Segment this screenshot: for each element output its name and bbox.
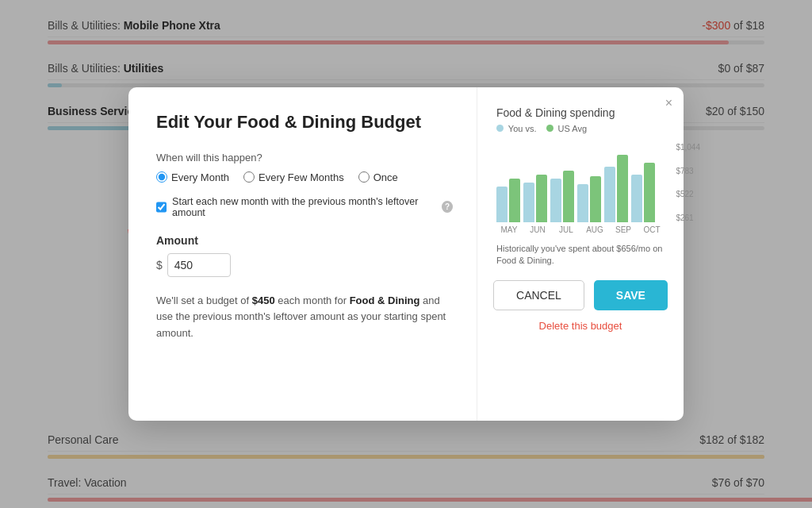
radio-every-few-months[interactable]: Every Few Months (243, 171, 344, 183)
chart-group-sep (604, 155, 628, 222)
chart-group-may (496, 179, 520, 222)
chart-legend: You vs. US Avg (496, 124, 665, 133)
bar-sep-avg (617, 155, 628, 222)
chart-title: Food & Dining spending (496, 106, 665, 119)
radio-every-month[interactable]: Every Month (156, 171, 229, 183)
description-text: We'll set a budget of $450 each month fo… (156, 293, 453, 342)
legend-you-dot (496, 125, 504, 132)
legend-avg: US Avg (546, 124, 588, 133)
amount-label: Amount (156, 234, 453, 247)
edit-budget-modal: × Edit Your Food & Dining Budget When wi… (128, 87, 684, 421)
bar-oct-you (631, 175, 642, 222)
when-label: When will this happen? (156, 152, 453, 164)
chart-group-oct (631, 163, 655, 222)
chart-group-jul (550, 171, 574, 222)
bar-aug-avg (590, 176, 601, 222)
modal-right-panel: Food & Dining spending You vs. US Avg (477, 87, 684, 421)
cancel-button[interactable]: CANCEL (493, 280, 584, 310)
legend-you: You vs. (496, 124, 537, 133)
chart-group-aug (577, 176, 601, 222)
chart-x-axis: MAY JUN JUL AUG SEP OCT (496, 225, 665, 234)
bar-jun-avg (536, 175, 547, 222)
bar-aug-you (577, 184, 588, 222)
bar-may-avg (509, 179, 520, 222)
chart-group-jun (523, 175, 547, 222)
modal-overlay: × Edit Your Food & Dining Budget When wi… (0, 0, 812, 508)
amount-input-row: $ (156, 253, 453, 277)
chart-note: Historically you've spent about $656/mo … (496, 243, 665, 267)
checkbox-label: Start each new month with the previous m… (172, 196, 436, 218)
delete-budget-link[interactable]: Delete this budget (496, 320, 665, 332)
bar-jul-you (550, 179, 561, 222)
leftover-checkbox[interactable] (156, 202, 167, 213)
close-button[interactable]: × (665, 97, 672, 110)
modal-title: Edit Your Food & Dining Budget (156, 111, 453, 134)
chart-y-axis: $1,044 $783 $522 $261 (676, 143, 700, 222)
amount-input[interactable] (167, 253, 231, 277)
modal-left-panel: Edit Your Food & Dining Budget When will… (128, 87, 477, 421)
leftover-checkbox-row: Start each new month with the previous m… (156, 196, 453, 218)
frequency-radio-group: Every Month Every Few Months Once (156, 171, 453, 183)
legend-avg-dot (546, 125, 553, 132)
bar-jul-avg (563, 171, 574, 222)
save-button[interactable]: SAVE (594, 280, 668, 310)
chart-area: $1,044 $783 $522 $261 MAY JUN JUL AUG SE… (496, 143, 665, 238)
bar-jun-you (523, 183, 534, 222)
bar-sep-you (604, 167, 615, 222)
dollar-sign: $ (156, 259, 163, 271)
bar-oct-avg (644, 163, 655, 222)
bar-may-you (496, 187, 508, 222)
radio-once[interactable]: Once (358, 171, 398, 183)
modal-actions: CANCEL SAVE (496, 280, 665, 310)
help-icon[interactable]: ? (442, 201, 453, 213)
